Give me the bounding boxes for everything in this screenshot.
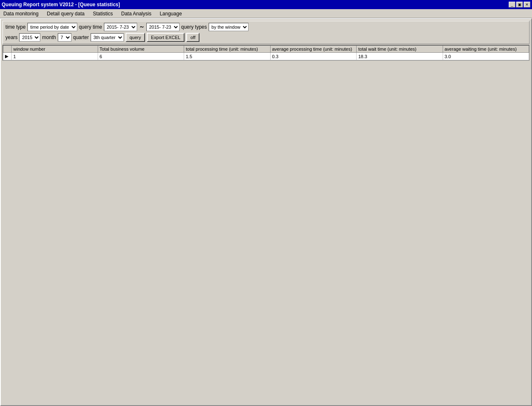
export-excel-button[interactable]: Export EXCEL xyxy=(147,33,185,42)
query-types-label: query types xyxy=(181,24,207,30)
years-select[interactable]: 2015 xyxy=(19,33,40,42)
toolbar-row-1: time type time period by date query time… xyxy=(5,23,527,31)
cell-total-business: 6 xyxy=(98,53,184,60)
quarter-label: quarter xyxy=(73,34,89,40)
menu-data-monitoring[interactable]: Data monitoring xyxy=(2,10,40,17)
table-row[interactable]: ▶ 1 6 1.5 0.3 18.3 3.0 xyxy=(3,53,529,60)
query-time-end-select[interactable]: 2015- 7-23 xyxy=(146,23,180,31)
cell-window-number: 1 xyxy=(12,53,98,60)
time-type-select[interactable]: time period by date xyxy=(27,23,77,31)
cell-avg-processing: 0.3 xyxy=(270,53,357,60)
col-avg-processing: average processing time (unit: minutes) xyxy=(270,46,357,53)
toolbar-row-2: years 2015 month 7 quarter 3th quarter q… xyxy=(5,33,527,42)
query-time-start-select[interactable]: 2015- 7-23 xyxy=(104,23,137,31)
indicator-header xyxy=(3,46,12,53)
statistics-table: window number Total business volume tota… xyxy=(3,45,529,60)
menu-data-analysis[interactable]: Data Analysis xyxy=(119,10,153,17)
menu-statistics[interactable]: Statistics xyxy=(91,10,114,17)
col-total-processing: total processing time (unit: minutes) xyxy=(184,46,271,53)
cell-total-processing: 1.5 xyxy=(184,53,271,60)
row-indicator: ▶ xyxy=(3,53,12,60)
col-window-number: window number xyxy=(12,46,98,53)
month-label: month xyxy=(42,34,56,40)
cell-total-wait: 18.3 xyxy=(357,53,443,60)
data-table-container: window number Total business volume tota… xyxy=(2,45,530,61)
title-bar: Queuing Report system V2012 - [Queue sta… xyxy=(0,0,532,9)
window-controls: _ ▣ ✕ xyxy=(509,2,530,7)
minimize-button[interactable]: _ xyxy=(509,2,515,7)
cell-avg-wait: 3.0 xyxy=(443,53,529,60)
window-title: Queuing Report system V2012 - [Queue sta… xyxy=(2,2,120,7)
years-label: years xyxy=(5,34,17,40)
menu-detail-query[interactable]: Detail query data xyxy=(45,10,86,17)
table-header-row: window number Total business volume tota… xyxy=(3,46,529,53)
time-type-label: time type xyxy=(5,24,26,30)
quarter-select[interactable]: 3th quarter xyxy=(91,33,124,42)
close-button[interactable]: ✕ xyxy=(524,2,530,7)
month-select[interactable]: 7 xyxy=(58,33,71,42)
col-avg-wait: average waiting time (unit: minutes) xyxy=(443,46,529,53)
restore-button[interactable]: ▣ xyxy=(516,2,523,7)
query-time-label: query time xyxy=(79,24,102,30)
menu-bar: Data monitoring Detail query data Statis… xyxy=(0,9,532,18)
query-types-select[interactable]: by the window xyxy=(209,23,249,31)
query-button[interactable]: query xyxy=(126,33,145,42)
menu-language[interactable]: Language xyxy=(158,10,183,17)
toolbar: time type time period by date query time… xyxy=(2,21,530,44)
tilde-separator: ～ xyxy=(139,23,145,31)
window-content: time type time period by date query time… xyxy=(1,19,531,62)
off-button[interactable]: off xyxy=(186,33,200,42)
col-total-wait: total wait time (unit: minutes) xyxy=(357,46,443,53)
col-total-business: Total business volume xyxy=(98,46,184,53)
main-window: time type time period by date query time… xyxy=(0,18,532,406)
